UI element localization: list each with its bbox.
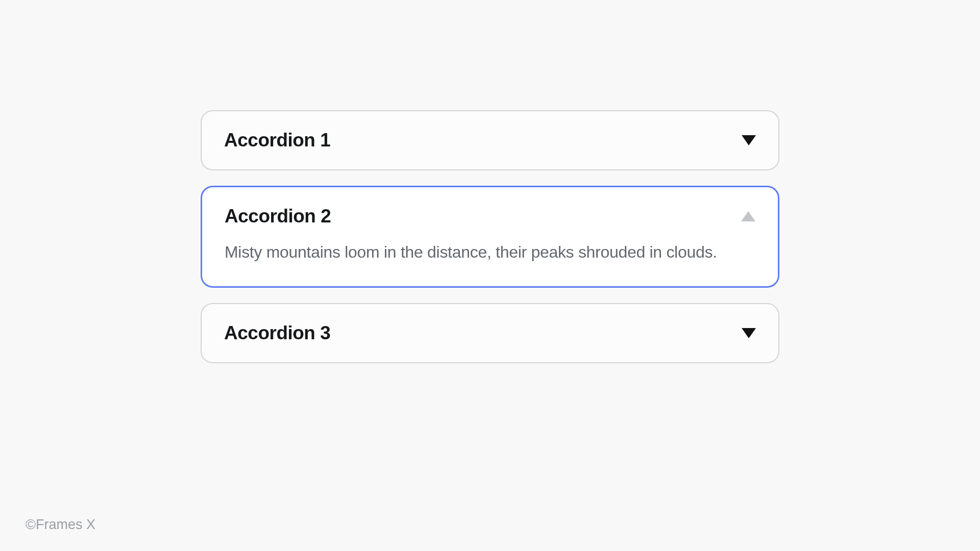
- chevron-up-icon: [741, 211, 755, 221]
- accordion-item-2[interactable]: Accordion 2 Misty mountains loom in the …: [201, 186, 779, 288]
- accordion-header: Accordion 3: [224, 322, 756, 344]
- chevron-down-icon: [742, 328, 756, 338]
- accordion-header: Accordion 1: [224, 130, 756, 151]
- chevron-down-icon: [742, 135, 756, 145]
- accordion-item-3[interactable]: Accordion 3: [201, 303, 779, 363]
- accordion-title: Accordion 2: [225, 206, 331, 227]
- accordion-item-1[interactable]: Accordion 1: [201, 110, 779, 170]
- accordion-header: Accordion 2: [225, 206, 755, 227]
- accordion-title: Accordion 3: [224, 322, 330, 344]
- accordion-content: Misty mountains loom in the distance, th…: [225, 238, 755, 266]
- copyright-text: ©Frames X: [26, 517, 95, 533]
- accordion-title: Accordion 1: [224, 130, 330, 151]
- accordion-container: Accordion 1 Accordion 2 Misty mountains …: [201, 110, 779, 363]
